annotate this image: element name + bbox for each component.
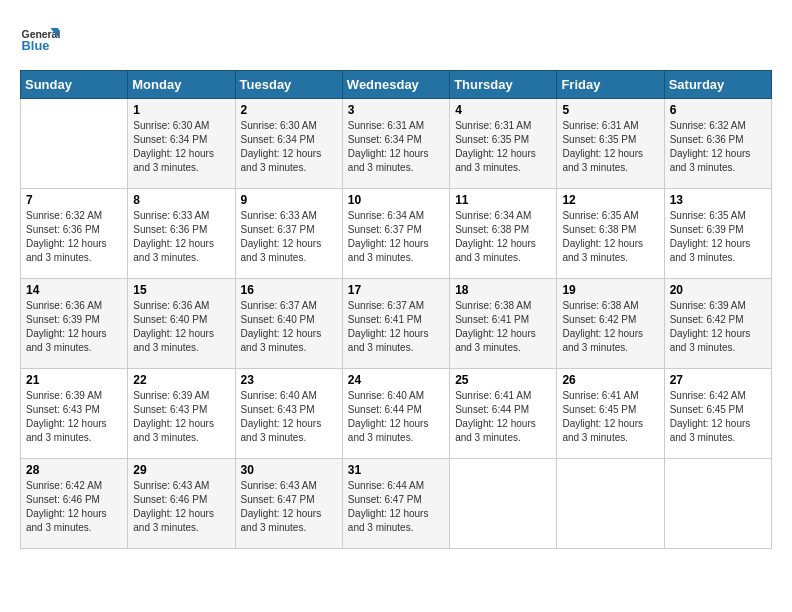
calendar-cell bbox=[557, 459, 664, 549]
day-number: 19 bbox=[562, 283, 658, 297]
day-number: 13 bbox=[670, 193, 766, 207]
day-info: Sunrise: 6:41 AM Sunset: 6:44 PM Dayligh… bbox=[455, 389, 551, 445]
day-number: 16 bbox=[241, 283, 337, 297]
day-info: Sunrise: 6:34 AM Sunset: 6:38 PM Dayligh… bbox=[455, 209, 551, 265]
calendar-cell: 16Sunrise: 6:37 AM Sunset: 6:40 PM Dayli… bbox=[235, 279, 342, 369]
day-info: Sunrise: 6:36 AM Sunset: 6:40 PM Dayligh… bbox=[133, 299, 229, 355]
day-info: Sunrise: 6:32 AM Sunset: 6:36 PM Dayligh… bbox=[26, 209, 122, 265]
calendar-cell: 26Sunrise: 6:41 AM Sunset: 6:45 PM Dayli… bbox=[557, 369, 664, 459]
col-header-tuesday: Tuesday bbox=[235, 71, 342, 99]
day-info: Sunrise: 6:32 AM Sunset: 6:36 PM Dayligh… bbox=[670, 119, 766, 175]
day-number: 28 bbox=[26, 463, 122, 477]
day-number: 9 bbox=[241, 193, 337, 207]
calendar-cell: 21Sunrise: 6:39 AM Sunset: 6:43 PM Dayli… bbox=[21, 369, 128, 459]
calendar-cell: 11Sunrise: 6:34 AM Sunset: 6:38 PM Dayli… bbox=[450, 189, 557, 279]
day-number: 6 bbox=[670, 103, 766, 117]
calendar-cell: 13Sunrise: 6:35 AM Sunset: 6:39 PM Dayli… bbox=[664, 189, 771, 279]
day-number: 1 bbox=[133, 103, 229, 117]
day-number: 22 bbox=[133, 373, 229, 387]
calendar-cell: 19Sunrise: 6:38 AM Sunset: 6:42 PM Dayli… bbox=[557, 279, 664, 369]
day-info: Sunrise: 6:39 AM Sunset: 6:43 PM Dayligh… bbox=[133, 389, 229, 445]
calendar-cell: 20Sunrise: 6:39 AM Sunset: 6:42 PM Dayli… bbox=[664, 279, 771, 369]
day-number: 7 bbox=[26, 193, 122, 207]
day-info: Sunrise: 6:36 AM Sunset: 6:39 PM Dayligh… bbox=[26, 299, 122, 355]
day-number: 24 bbox=[348, 373, 444, 387]
calendar-cell: 2Sunrise: 6:30 AM Sunset: 6:34 PM Daylig… bbox=[235, 99, 342, 189]
calendar-cell: 18Sunrise: 6:38 AM Sunset: 6:41 PM Dayli… bbox=[450, 279, 557, 369]
day-info: Sunrise: 6:35 AM Sunset: 6:39 PM Dayligh… bbox=[670, 209, 766, 265]
calendar-cell bbox=[664, 459, 771, 549]
day-number: 5 bbox=[562, 103, 658, 117]
calendar-cell: 25Sunrise: 6:41 AM Sunset: 6:44 PM Dayli… bbox=[450, 369, 557, 459]
day-number: 11 bbox=[455, 193, 551, 207]
day-number: 20 bbox=[670, 283, 766, 297]
col-header-wednesday: Wednesday bbox=[342, 71, 449, 99]
day-info: Sunrise: 6:39 AM Sunset: 6:43 PM Dayligh… bbox=[26, 389, 122, 445]
day-number: 4 bbox=[455, 103, 551, 117]
calendar-cell bbox=[450, 459, 557, 549]
day-number: 23 bbox=[241, 373, 337, 387]
calendar-cell: 9Sunrise: 6:33 AM Sunset: 6:37 PM Daylig… bbox=[235, 189, 342, 279]
calendar-cell: 6Sunrise: 6:32 AM Sunset: 6:36 PM Daylig… bbox=[664, 99, 771, 189]
calendar-cell: 24Sunrise: 6:40 AM Sunset: 6:44 PM Dayli… bbox=[342, 369, 449, 459]
col-header-monday: Monday bbox=[128, 71, 235, 99]
day-info: Sunrise: 6:42 AM Sunset: 6:45 PM Dayligh… bbox=[670, 389, 766, 445]
calendar-cell: 27Sunrise: 6:42 AM Sunset: 6:45 PM Dayli… bbox=[664, 369, 771, 459]
calendar-cell: 15Sunrise: 6:36 AM Sunset: 6:40 PM Dayli… bbox=[128, 279, 235, 369]
calendar-cell: 1Sunrise: 6:30 AM Sunset: 6:34 PM Daylig… bbox=[128, 99, 235, 189]
day-info: Sunrise: 6:30 AM Sunset: 6:34 PM Dayligh… bbox=[241, 119, 337, 175]
day-info: Sunrise: 6:37 AM Sunset: 6:40 PM Dayligh… bbox=[241, 299, 337, 355]
col-header-thursday: Thursday bbox=[450, 71, 557, 99]
calendar-cell: 7Sunrise: 6:32 AM Sunset: 6:36 PM Daylig… bbox=[21, 189, 128, 279]
day-number: 15 bbox=[133, 283, 229, 297]
day-info: Sunrise: 6:40 AM Sunset: 6:44 PM Dayligh… bbox=[348, 389, 444, 445]
day-number: 18 bbox=[455, 283, 551, 297]
calendar-cell: 28Sunrise: 6:42 AM Sunset: 6:46 PM Dayli… bbox=[21, 459, 128, 549]
calendar-cell: 22Sunrise: 6:39 AM Sunset: 6:43 PM Dayli… bbox=[128, 369, 235, 459]
day-number: 30 bbox=[241, 463, 337, 477]
col-header-sunday: Sunday bbox=[21, 71, 128, 99]
calendar-cell: 12Sunrise: 6:35 AM Sunset: 6:38 PM Dayli… bbox=[557, 189, 664, 279]
day-number: 26 bbox=[562, 373, 658, 387]
day-number: 27 bbox=[670, 373, 766, 387]
calendar-cell: 23Sunrise: 6:40 AM Sunset: 6:43 PM Dayli… bbox=[235, 369, 342, 459]
day-number: 31 bbox=[348, 463, 444, 477]
calendar-cell: 3Sunrise: 6:31 AM Sunset: 6:34 PM Daylig… bbox=[342, 99, 449, 189]
calendar-cell: 17Sunrise: 6:37 AM Sunset: 6:41 PM Dayli… bbox=[342, 279, 449, 369]
calendar-cell: 10Sunrise: 6:34 AM Sunset: 6:37 PM Dayli… bbox=[342, 189, 449, 279]
day-info: Sunrise: 6:38 AM Sunset: 6:41 PM Dayligh… bbox=[455, 299, 551, 355]
calendar-cell: 31Sunrise: 6:44 AM Sunset: 6:47 PM Dayli… bbox=[342, 459, 449, 549]
calendar-cell: 29Sunrise: 6:43 AM Sunset: 6:46 PM Dayli… bbox=[128, 459, 235, 549]
day-info: Sunrise: 6:42 AM Sunset: 6:46 PM Dayligh… bbox=[26, 479, 122, 535]
day-number: 14 bbox=[26, 283, 122, 297]
day-number: 8 bbox=[133, 193, 229, 207]
day-info: Sunrise: 6:35 AM Sunset: 6:38 PM Dayligh… bbox=[562, 209, 658, 265]
day-info: Sunrise: 6:31 AM Sunset: 6:35 PM Dayligh… bbox=[455, 119, 551, 175]
calendar-cell bbox=[21, 99, 128, 189]
day-number: 3 bbox=[348, 103, 444, 117]
day-info: Sunrise: 6:34 AM Sunset: 6:37 PM Dayligh… bbox=[348, 209, 444, 265]
day-info: Sunrise: 6:43 AM Sunset: 6:46 PM Dayligh… bbox=[133, 479, 229, 535]
col-header-friday: Friday bbox=[557, 71, 664, 99]
day-number: 2 bbox=[241, 103, 337, 117]
calendar-cell: 5Sunrise: 6:31 AM Sunset: 6:35 PM Daylig… bbox=[557, 99, 664, 189]
day-number: 10 bbox=[348, 193, 444, 207]
day-info: Sunrise: 6:37 AM Sunset: 6:41 PM Dayligh… bbox=[348, 299, 444, 355]
day-number: 21 bbox=[26, 373, 122, 387]
day-info: Sunrise: 6:43 AM Sunset: 6:47 PM Dayligh… bbox=[241, 479, 337, 535]
day-number: 25 bbox=[455, 373, 551, 387]
calendar-cell: 30Sunrise: 6:43 AM Sunset: 6:47 PM Dayli… bbox=[235, 459, 342, 549]
col-header-saturday: Saturday bbox=[664, 71, 771, 99]
calendar-table: SundayMondayTuesdayWednesdayThursdayFrid… bbox=[20, 70, 772, 549]
day-info: Sunrise: 6:40 AM Sunset: 6:43 PM Dayligh… bbox=[241, 389, 337, 445]
day-info: Sunrise: 6:44 AM Sunset: 6:47 PM Dayligh… bbox=[348, 479, 444, 535]
day-info: Sunrise: 6:33 AM Sunset: 6:37 PM Dayligh… bbox=[241, 209, 337, 265]
day-info: Sunrise: 6:33 AM Sunset: 6:36 PM Dayligh… bbox=[133, 209, 229, 265]
day-info: Sunrise: 6:31 AM Sunset: 6:35 PM Dayligh… bbox=[562, 119, 658, 175]
day-info: Sunrise: 6:38 AM Sunset: 6:42 PM Dayligh… bbox=[562, 299, 658, 355]
logo: General Blue bbox=[20, 20, 64, 60]
day-info: Sunrise: 6:41 AM Sunset: 6:45 PM Dayligh… bbox=[562, 389, 658, 445]
calendar-cell: 4Sunrise: 6:31 AM Sunset: 6:35 PM Daylig… bbox=[450, 99, 557, 189]
page-header: General Blue bbox=[20, 20, 772, 60]
calendar-cell: 8Sunrise: 6:33 AM Sunset: 6:36 PM Daylig… bbox=[128, 189, 235, 279]
